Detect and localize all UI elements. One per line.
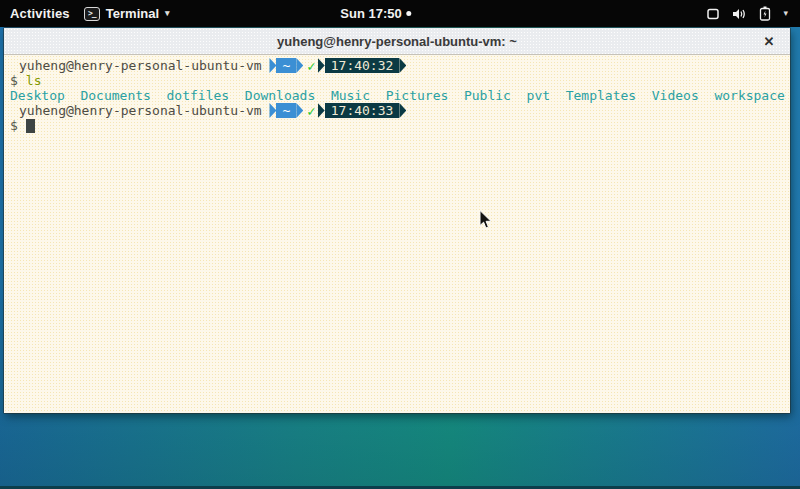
chevron-down-icon: ▾	[165, 9, 170, 18]
directory-list: Desktop Documents dotfiles Downloads Mus…	[10, 88, 785, 103]
command-line: $ls	[10, 73, 790, 88]
prompt-cwd-segment: ~	[269, 58, 303, 73]
battery-charging-icon	[759, 6, 771, 21]
close-icon[interactable]: ✕	[758, 28, 780, 55]
activities-button[interactable]: Activities	[10, 6, 70, 21]
terminal-icon: >_	[84, 7, 100, 21]
shell-prompt: $	[10, 118, 18, 133]
chevron-down-icon: ▾	[783, 9, 788, 18]
app-menu-terminal[interactable]: >_ Terminal ▾	[84, 6, 170, 21]
clock-label: Sun 17:50	[340, 6, 401, 21]
network-icon	[706, 7, 720, 21]
prompt-line: yuheng@henry-personal-ubuntu-vm ~ ✓ 17:4…	[10, 103, 790, 118]
prompt-user-host: yuheng@henry-personal-ubuntu-vm	[19, 103, 262, 118]
window-title: yuheng@henry-personal-ubuntu-vm: ~	[277, 34, 517, 49]
window-titlebar[interactable]: yuheng@henry-personal-ubuntu-vm: ~ ✕	[4, 28, 790, 55]
prompt-time-segment: 17:40:33	[318, 103, 407, 118]
volume-icon	[732, 7, 747, 21]
terminal-content[interactable]: yuheng@henry-personal-ubuntu-vm ~ ✓ 17:4…	[4, 55, 790, 413]
ls-output-line: Desktop Documents dotfiles Downloads Mus…	[10, 88, 790, 103]
prompt-user-host: yuheng@henry-personal-ubuntu-vm	[19, 58, 262, 73]
app-menu-label: Terminal	[106, 6, 159, 21]
gnome-top-bar: Activities >_ Terminal ▾ Sun 17:50	[0, 0, 800, 27]
system-menu[interactable]: ▾	[706, 0, 792, 27]
clock-button[interactable]: Sun 17:50	[340, 0, 411, 27]
prompt-line: yuheng@henry-personal-ubuntu-vm ~ ✓ 17:4…	[10, 58, 790, 73]
screen: Activities >_ Terminal ▾ Sun 17:50	[0, 0, 800, 489]
prompt-cwd-segment: ~	[269, 103, 303, 118]
terminal-cursor	[26, 119, 35, 133]
command-text: ls	[26, 73, 42, 88]
prompt-time-segment: 17:40:32	[318, 58, 407, 73]
check-icon: ✓	[307, 58, 315, 74]
check-icon: ✓	[307, 103, 315, 119]
command-line: $	[10, 118, 790, 133]
shell-prompt: $	[10, 73, 18, 88]
terminal-window: yuheng@henry-personal-ubuntu-vm: ~ ✕ yuh…	[4, 28, 790, 413]
notification-dot-icon	[407, 11, 412, 16]
